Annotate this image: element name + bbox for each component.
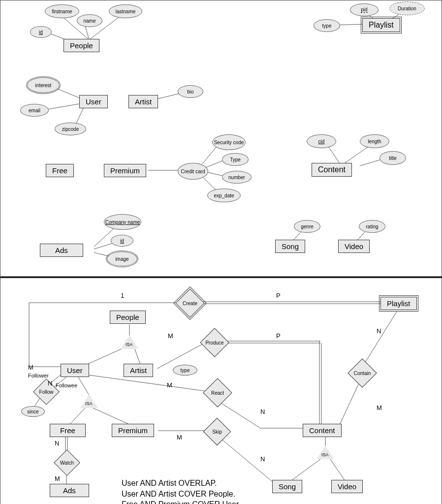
attr-bio: bio	[178, 85, 203, 98]
b-entity-premium: Premium	[112, 424, 154, 437]
card-create-1: 1	[121, 292, 124, 299]
b-entity-playlist: Playlist	[380, 297, 417, 310]
card-react-n: N	[260, 408, 265, 415]
attr-people-id: id	[30, 26, 52, 38]
card-watch-n: N	[55, 440, 59, 447]
note-line-2: User AND Artist COVER People.	[122, 489, 241, 500]
card-skip-m: M	[177, 434, 182, 441]
card-react-m: M	[167, 381, 172, 389]
attr-rating: rating	[359, 220, 385, 233]
attr-zipcode: zipcode	[55, 123, 86, 135]
card-contain-n: N	[377, 327, 381, 335]
entity-video: Video	[338, 240, 370, 253]
attr-length: length	[360, 134, 389, 148]
attr-firstname: firstname	[45, 4, 79, 18]
entity-user: User	[79, 95, 108, 108]
b-entity-ads: Ads	[50, 484, 89, 497]
svg-line-8	[45, 104, 79, 110]
entity-song: Song	[275, 240, 305, 253]
attr-since: since	[21, 406, 45, 417]
isa-people: ISA	[121, 335, 138, 349]
attr-cid: cid	[307, 134, 336, 148]
svg-line-35	[93, 408, 132, 426]
attr-interest: interest	[27, 77, 60, 93]
entity-ads: Ads	[40, 244, 83, 257]
b-entity-user: User	[61, 364, 89, 377]
attr-lastname: lastname	[109, 4, 142, 18]
card-skip-n: N	[260, 455, 265, 463]
notes: User AND Artist OVERLAP. User AND Artist…	[122, 478, 241, 504]
b-entity-artist: Artist	[124, 364, 153, 377]
attr-ads-id: id	[111, 235, 133, 247]
attr-title: title	[379, 151, 406, 165]
svg-line-40	[339, 381, 360, 426]
card-create-p: P	[276, 292, 281, 299]
entity-artist: Artist	[128, 95, 158, 108]
role-followee: Followee	[56, 382, 77, 388]
bottom-er-panel: People Playlist User Artist Free Premium…	[0, 278, 442, 504]
attr-image: image	[107, 252, 137, 266]
entity-content: Content	[312, 163, 352, 177]
attr-company: Company name	[104, 214, 141, 230]
card-watch-m: M	[55, 475, 60, 482]
svg-line-34	[68, 408, 85, 426]
attr-duration: Duration	[389, 1, 425, 15]
entity-free: Free	[46, 164, 74, 177]
role-follower: Follower	[28, 373, 49, 378]
top-er-panel: firstname name lastname id People pid Du…	[0, 0, 442, 277]
card-contain-m: M	[377, 404, 382, 411]
card-produce-m: M	[168, 332, 173, 340]
b-entity-video: Video	[331, 480, 363, 493]
isa-content: ISA	[316, 445, 334, 459]
attr-playlist-type: type	[314, 19, 340, 32]
svg-line-43	[330, 459, 345, 481]
note-line-1: User AND Artist OVERLAP.	[122, 478, 241, 489]
card-user-m: M	[28, 364, 33, 371]
b-entity-free: Free	[50, 424, 86, 437]
card-produce-p: P	[276, 332, 281, 340]
attr-pid: pid	[350, 3, 379, 16]
attr-creditcard: Credit card	[178, 163, 208, 180]
svg-line-39	[364, 312, 397, 365]
attr-react-type: type	[173, 365, 197, 376]
entity-playlist: Playlist	[362, 18, 400, 32]
attr-number: number	[222, 171, 252, 184]
svg-line-25	[84, 348, 124, 366]
card-followee-n: N	[48, 379, 52, 387]
attr-cc-type: Type	[222, 153, 249, 166]
b-entity-song: Song	[272, 480, 302, 493]
attr-email: email	[20, 104, 49, 117]
attr-name: name	[77, 14, 102, 27]
svg-line-26	[134, 348, 141, 366]
attr-security: Security code	[212, 134, 246, 150]
b-entity-content: Content	[303, 424, 342, 437]
attr-genre: genre	[294, 220, 320, 233]
note-line-3: Free AND Premium COVER User.	[122, 499, 241, 504]
entity-premium: Premium	[104, 164, 146, 177]
b-entity-people: People	[110, 311, 146, 324]
attr-expdate: exp_date	[207, 189, 241, 202]
svg-line-42	[291, 459, 320, 481]
entity-people: People	[63, 39, 99, 52]
svg-line-33	[77, 375, 89, 395]
isa-user: ISA	[80, 394, 98, 408]
